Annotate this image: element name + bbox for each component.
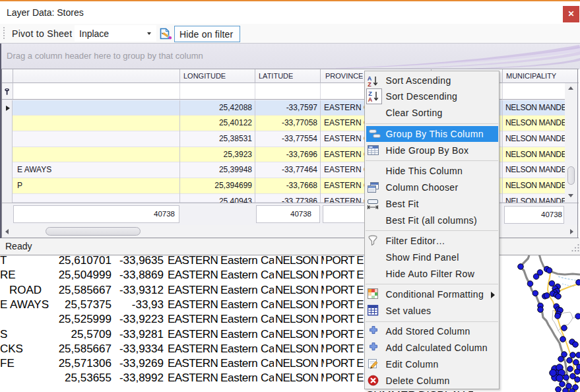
svg-text:Z: Z <box>368 81 371 87</box>
svg-text:A: A <box>368 96 373 103</box>
